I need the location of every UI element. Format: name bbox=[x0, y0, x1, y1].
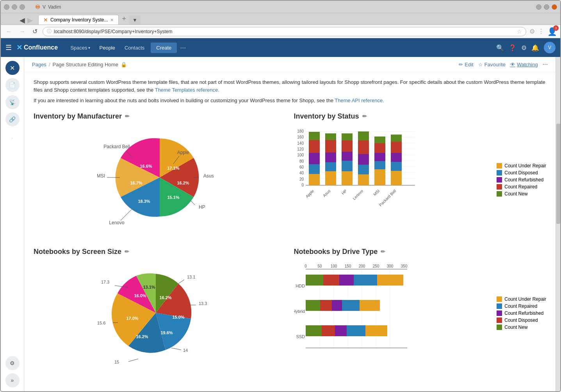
svg-text:13.1%: 13.1% bbox=[143, 285, 155, 289]
nav-people[interactable]: People bbox=[95, 38, 120, 57]
nav-more-button[interactable]: ··· bbox=[180, 44, 186, 52]
legend-refurbished: Count Refurbished bbox=[497, 177, 546, 183]
bar-chart-area-1: 180 160 140 120 100 80 60 40 20 bbox=[294, 127, 491, 233]
legend-color-new bbox=[497, 191, 502, 197]
sidebar-pages-icon[interactable]: 📄 bbox=[5, 78, 20, 92]
forward-nav[interactable]: ▶ bbox=[27, 16, 33, 25]
svg-rect-124 bbox=[347, 325, 365, 336]
svg-rect-111 bbox=[339, 275, 354, 286]
edit-button[interactable]: ✏ Edit bbox=[459, 62, 473, 67]
notification-count: 3 bbox=[553, 25, 559, 31]
chart3-edit-icon[interactable]: ✏ bbox=[125, 248, 129, 255]
svg-text:16.7%: 16.7% bbox=[130, 181, 142, 185]
svg-text:MSI: MSI bbox=[97, 173, 105, 179]
more-actions-button[interactable]: ··· bbox=[543, 61, 548, 68]
svg-rect-52 bbox=[342, 171, 353, 185]
sidebar-collapse-dot[interactable]: · bbox=[5, 131, 20, 145]
svg-rect-112 bbox=[354, 275, 377, 286]
win-minimize[interactable] bbox=[536, 4, 541, 10]
minimize-btn[interactable] bbox=[4, 4, 9, 10]
legend-drive-label-under-repair: Count Under Repair bbox=[504, 296, 546, 302]
svg-text:16.6%: 16.6% bbox=[140, 164, 152, 169]
sidebar-home-icon[interactable]: ✕ bbox=[5, 61, 20, 75]
svg-rect-45 bbox=[325, 153, 336, 162]
extensions-icon[interactable]: ⚙ bbox=[529, 28, 535, 35]
svg-rect-47 bbox=[325, 171, 336, 185]
chart1-edit-icon[interactable]: ✏ bbox=[125, 113, 130, 119]
svg-rect-119 bbox=[360, 300, 380, 311]
browser-title-bar: ♾ V Vadim bbox=[1, 1, 560, 13]
url-box[interactable]: ⓘ localhost:8090/display/PSE/Company+Inv… bbox=[43, 27, 526, 36]
svg-text:16.2%: 16.2% bbox=[160, 295, 172, 300]
svg-text:350: 350 bbox=[401, 264, 407, 268]
svg-rect-58 bbox=[374, 137, 385, 143]
new-tab-btn[interactable]: + bbox=[119, 13, 129, 25]
legend-drive-disposed: Count Disposed bbox=[497, 318, 546, 323]
svg-rect-42 bbox=[309, 174, 320, 185]
pie-chart-2: 13.1 13.3 14 15 15.6 bbox=[34, 262, 286, 371]
bookmark-star[interactable]: ☆ bbox=[517, 28, 522, 35]
svg-rect-61 bbox=[374, 161, 385, 169]
close-btn[interactable] bbox=[20, 4, 25, 10]
sidebar-tree-icon[interactable]: 🔗 bbox=[5, 112, 20, 126]
legend-label-refurbished: Count Refurbished bbox=[504, 177, 543, 183]
chart-screen-title: Notebooks by Screen Size ✏ bbox=[34, 248, 286, 256]
charts-row-2: Notebooks by Screen Size ✏ bbox=[34, 248, 546, 371]
sidebar-expand-icon[interactable]: » bbox=[5, 373, 20, 387]
confluence-logo: ✕ Confluence bbox=[16, 43, 58, 52]
back-nav[interactable]: ◀ bbox=[20, 16, 25, 25]
theme-api-link[interactable]: Theme API reference. bbox=[335, 98, 384, 103]
nav-contacts[interactable]: Contacts bbox=[120, 38, 149, 57]
chart2-edit-icon[interactable]: ✏ bbox=[362, 113, 367, 119]
sidebar-feed-icon[interactable]: 📡 bbox=[5, 95, 20, 109]
svg-text:Packard Bell: Packard Bell bbox=[104, 144, 130, 149]
breadcrumb-pages-link[interactable]: Pages bbox=[32, 62, 46, 67]
tab-menu[interactable]: ▼ bbox=[129, 16, 141, 25]
breadcrumb-current: Page Structure Editing Home bbox=[53, 62, 118, 67]
bar-chart-drive: 0 50 100 150 200 250 300 350 bbox=[294, 262, 547, 365]
bell-icon[interactable]: 🔔 bbox=[531, 44, 539, 51]
legend-drive-label-new: Count New bbox=[504, 325, 527, 330]
svg-text:Asus: Asus bbox=[203, 173, 214, 179]
win-close[interactable] bbox=[552, 4, 557, 10]
svg-rect-59 bbox=[374, 143, 385, 153]
page-area: ✕ 📄 📡 🔗 · ⚙ » Pages / Page Structure Ed bbox=[1, 57, 560, 391]
user-avatar[interactable]: V bbox=[544, 42, 556, 53]
svg-text:17.0%: 17.0% bbox=[126, 316, 139, 321]
settings-icon[interactable]: ⋮ bbox=[538, 28, 544, 35]
page-body: Shopp supports several custom WordPress … bbox=[24, 72, 556, 378]
watching-button[interactable]: 👁 Watching bbox=[510, 62, 538, 67]
help-icon[interactable]: ❓ bbox=[509, 44, 516, 51]
svg-text:13.3: 13.3 bbox=[199, 301, 207, 306]
svg-rect-118 bbox=[342, 300, 360, 311]
svg-rect-50 bbox=[342, 152, 353, 161]
active-tab[interactable]: ✕ Company Inventory Syste... ✕ bbox=[38, 15, 119, 25]
svg-text:40: 40 bbox=[299, 171, 304, 175]
charts-row-1: Inventory by Manufacturer ✏ bbox=[34, 112, 546, 236]
main-content: Pages / Page Structure Editing Home 🔒 ✏ … bbox=[24, 57, 556, 391]
create-button[interactable]: Create bbox=[151, 43, 177, 53]
sidebar-settings-icon[interactable]: ⚙ bbox=[5, 356, 20, 370]
win-maximize[interactable] bbox=[544, 4, 549, 10]
maximize-btn[interactable] bbox=[12, 4, 17, 10]
svg-text:200: 200 bbox=[358, 264, 365, 268]
svg-rect-55 bbox=[358, 154, 369, 165]
svg-text:50: 50 bbox=[317, 264, 322, 268]
search-icon[interactable]: 🔍 bbox=[496, 44, 504, 51]
theme-templates-link[interactable]: Theme Templates reference. bbox=[155, 87, 219, 93]
scrollbar-thumb[interactable] bbox=[556, 124, 560, 224]
back-button[interactable]: ← bbox=[4, 27, 14, 36]
svg-rect-110 bbox=[323, 275, 339, 286]
svg-text:17.3: 17.3 bbox=[101, 280, 109, 284]
favourite-button[interactable]: ☆ Favourite bbox=[478, 62, 506, 67]
nav-spaces[interactable]: Spaces ▾ bbox=[66, 38, 94, 57]
reload-button[interactable]: ↺ bbox=[30, 27, 39, 36]
svg-rect-109 bbox=[306, 275, 323, 286]
tab-close[interactable]: ✕ bbox=[110, 18, 114, 23]
gear-icon[interactable]: ⚙ bbox=[521, 44, 527, 51]
hamburger-menu[interactable]: ☰ bbox=[5, 43, 12, 52]
chart4-edit-icon[interactable]: ✏ bbox=[381, 248, 385, 255]
right-scrollbar[interactable] bbox=[556, 57, 560, 391]
forward-button[interactable]: → bbox=[17, 27, 27, 36]
legend-color-disposed bbox=[497, 170, 502, 176]
